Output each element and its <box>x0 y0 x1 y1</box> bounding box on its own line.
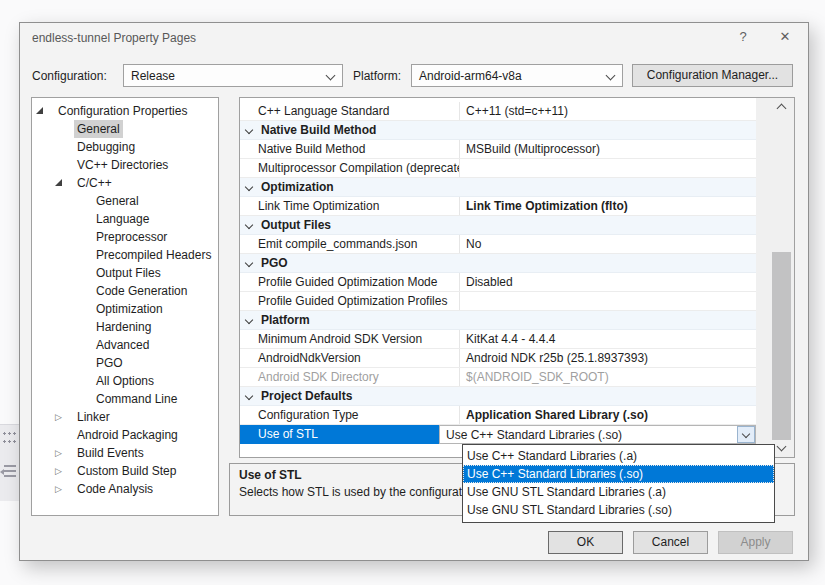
property-name: AndroidNdkVersion <box>240 349 460 367</box>
property-name: Native Build Method <box>240 140 460 158</box>
grid-category-project-defaults[interactable]: Project Defaults <box>240 387 756 406</box>
property-value[interactable]: Link Time Optimization (flto) <box>460 197 756 215</box>
ok-button[interactable]: OK <box>548 531 623 554</box>
property-value[interactable]: C++11 (std=c++11) <box>460 102 756 120</box>
grid-row-minimum-android-sdk-version[interactable]: Minimum Android SDK VersionKitKat 4.4 - … <box>240 330 756 349</box>
grid-category-optimization[interactable]: Optimization <box>240 178 756 197</box>
grid-category-platform[interactable]: Platform <box>240 311 756 330</box>
expand-icon[interactable]: ▷ <box>55 408 62 426</box>
grid-category-output-files[interactable]: Output Files <box>240 216 756 235</box>
collapse-icon[interactable] <box>245 316 253 324</box>
category-label: Output Files <box>261 218 331 232</box>
collapse-icon[interactable] <box>245 183 253 191</box>
dropdown-option-use-c-standard-libraries-a[interactable]: Use C++ Standard Libraries (.a) <box>463 447 774 465</box>
configuration-select[interactable]: Release <box>123 64 343 87</box>
tree-item-general[interactable]: General <box>32 192 218 210</box>
grid-scrollbar[interactable] <box>770 99 793 456</box>
tree-item-hardening[interactable]: Hardening <box>32 318 218 336</box>
tree-item-configuration-properties[interactable]: Configuration Properties <box>32 102 218 120</box>
property-name: Minimum Android SDK Version <box>240 330 460 348</box>
tree-item-optimization[interactable]: Optimization <box>32 300 218 318</box>
tree-item-advanced[interactable]: Advanced <box>32 336 218 354</box>
tree-item-all-options[interactable]: All Options <box>32 372 218 390</box>
grid-row-profile-guided-optimization-profiles[interactable]: Profile Guided Optimization Profiles <box>240 292 756 311</box>
configuration-value: Release <box>124 65 342 83</box>
grid-row-android-sdk-directory[interactable]: Android SDK Directory$(ANDROID_SDK_ROOT) <box>240 368 756 387</box>
configuration-manager-button[interactable]: Configuration Manager... <box>632 64 793 87</box>
tree-item-precompiled-headers[interactable]: Precompiled Headers <box>32 246 218 264</box>
grid-category-pgo[interactable]: PGO <box>240 254 756 273</box>
property-name: Profile Guided Optimization Mode <box>240 273 460 291</box>
scroll-up-icon[interactable] <box>770 99 793 115</box>
property-value[interactable] <box>460 292 756 310</box>
tree-item-label: Command Line <box>93 390 180 408</box>
collapse-icon[interactable] <box>55 179 62 186</box>
tree-item-debugging[interactable]: Debugging <box>32 138 218 156</box>
grid-row-profile-guided-optimization-mode[interactable]: Profile Guided Optimization ModeDisabled <box>240 273 756 292</box>
tree-item-c-c[interactable]: C/C++ <box>32 174 218 192</box>
property-name: Link Time Optimization <box>240 197 460 215</box>
tree-item-pgo[interactable]: PGO <box>32 354 218 372</box>
tree-item-label: General <box>74 120 123 138</box>
collapse-icon[interactable] <box>245 221 253 229</box>
property-value[interactable]: KitKat 4.4 - 4.4.4 <box>460 330 756 348</box>
expand-icon[interactable]: ▷ <box>55 462 62 480</box>
tree-item-custom-build-step[interactable]: ▷Custom Build Step <box>32 462 218 480</box>
combobox-dropdown-button[interactable] <box>737 426 755 443</box>
property-value[interactable]: MSBuild (Multiprocessor) <box>460 140 756 158</box>
property-value[interactable]: Android NDK r25b (25.1.8937393) <box>460 349 756 367</box>
grid-row-androidndkversion[interactable]: AndroidNdkVersionAndroid NDK r25b (25.1.… <box>240 349 756 368</box>
tree-item-linker[interactable]: ▷Linker <box>32 408 218 426</box>
collapse-icon[interactable] <box>245 259 253 267</box>
configuration-label: Configuration: <box>32 69 107 83</box>
tree-item-output-files[interactable]: Output Files <box>32 264 218 282</box>
tree-item-android-packaging[interactable]: Android Packaging <box>32 426 218 444</box>
tree-item-code-analysis[interactable]: ▷Code Analysis <box>32 480 218 498</box>
property-value[interactable] <box>460 159 756 177</box>
tree-item-label: Configuration Properties <box>55 102 190 120</box>
grid-row-configuration-type[interactable]: Configuration TypeApplication Shared Lib… <box>240 406 756 425</box>
property-value[interactable]: No <box>460 235 756 253</box>
property-value[interactable]: $(ANDROID_SDK_ROOT) <box>460 368 756 386</box>
collapse-icon[interactable] <box>36 107 43 114</box>
tree-item-vc-directories[interactable]: VC++ Directories <box>32 156 218 174</box>
tree-item-label: VC++ Directories <box>74 156 171 174</box>
close-icon[interactable]: ✕ <box>776 29 794 47</box>
grid-row-native-build-method[interactable]: Native Build MethodMSBuild (Multiprocess… <box>240 140 756 159</box>
tree-item-language[interactable]: Language <box>32 210 218 228</box>
dropdown-option-use-gnu-stl-standard-libraries-a[interactable]: Use GNU STL Standard Libraries (.a) <box>463 483 774 501</box>
dropdown-option-use-c-standard-libraries-so[interactable]: Use C++ Standard Libraries (.so) <box>463 465 774 483</box>
expand-icon[interactable]: ▷ <box>55 444 62 462</box>
tree-item-preprocessor[interactable]: Preprocessor <box>32 228 218 246</box>
grid-category-native-build-method[interactable]: Native Build Method <box>240 121 756 140</box>
tree-item-label: Linker <box>74 408 113 426</box>
collapse-icon[interactable] <box>245 126 253 134</box>
platform-select[interactable]: Android-arm64-v8a <box>411 64 623 87</box>
tree-item-build-events[interactable]: ▷Build Events <box>32 444 218 462</box>
category-label: PGO <box>261 256 288 270</box>
tree-item-command-line[interactable]: Command Line <box>32 390 218 408</box>
expand-icon[interactable]: ▷ <box>55 480 62 498</box>
chevron-down-icon <box>742 430 750 438</box>
tree-item-code-generation[interactable]: Code Generation <box>32 282 218 300</box>
category-label: Project Defaults <box>261 389 352 403</box>
tree-item-label: Precompiled Headers <box>93 246 214 264</box>
help-icon[interactable]: ? <box>734 29 752 47</box>
dropdown-option-use-gnu-stl-standard-libraries-so[interactable]: Use GNU STL Standard Libraries (.so) <box>463 501 774 519</box>
property-name: Use of STL <box>240 425 439 444</box>
scrollbar-thumb[interactable] <box>772 252 791 440</box>
tree-item-general[interactable]: General <box>32 120 218 138</box>
cancel-button[interactable]: Cancel <box>633 531 708 554</box>
tree-item-label: Preprocessor <box>93 228 170 246</box>
grid-row-c-language-standard[interactable]: C++ Language StandardC++11 (std=c++11) <box>240 102 756 121</box>
grid-row-use-of-stl[interactable]: Use of STLUse C++ Standard Libraries (.s… <box>240 425 756 444</box>
collapse-icon[interactable] <box>245 392 253 400</box>
grid-row-link-time-optimization[interactable]: Link Time OptimizationLink Time Optimiza… <box>240 197 756 216</box>
grid-row-emit-compile-commands-json[interactable]: Emit compile_commands.jsonNo <box>240 235 756 254</box>
property-pages-dialog: endless-tunnel Property Pages ? ✕ Config… <box>19 22 809 561</box>
property-value[interactable]: Application Shared Library (.so) <box>460 406 756 424</box>
property-value[interactable]: Disabled <box>460 273 756 291</box>
property-value-combobox[interactable]: Use C++ Standard Libraries (.so) <box>439 425 756 444</box>
tree-item-label: Debugging <box>74 138 138 156</box>
grid-row-multiprocessor-compilation-deprecated[interactable]: Multiprocessor Compilation (deprecated) <box>240 159 756 178</box>
